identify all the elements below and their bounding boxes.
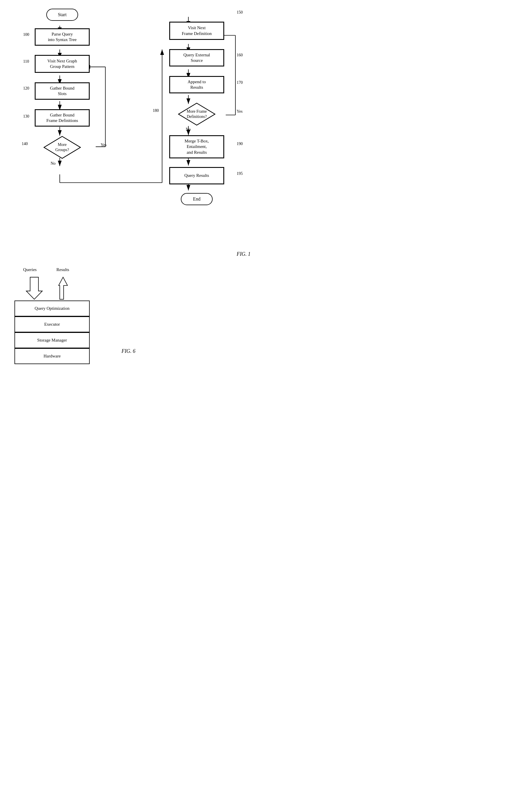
fig6-label: FIG. 6 <box>122 348 135 354</box>
label-195: 195 <box>237 171 243 176</box>
node-130: Gather Bound Frame Definitions <box>35 109 90 127</box>
flowchart-top: Start 100 Parse Query into Syntax Tree 1… <box>6 6 259 260</box>
layer-storage: Storage Manager <box>14 332 90 348</box>
layer-query-opt: Query Optimization <box>14 301 90 316</box>
results-label: Results <box>56 267 69 272</box>
end-node: End <box>181 193 213 205</box>
layer-hardware: Hardware <box>14 348 90 364</box>
svg-marker-29 <box>59 277 68 299</box>
label-180-no: No <box>186 127 191 132</box>
fig6-diagram: Queries Results Query Optimization Execu… <box>6 266 259 405</box>
label-180: 180 <box>153 108 159 113</box>
label-160: 160 <box>237 53 243 58</box>
svg-marker-28 <box>26 277 42 299</box>
label-140: 140 <box>22 142 28 146</box>
label-130: 130 <box>23 114 29 119</box>
label-150: 150 <box>237 10 243 15</box>
node-180: More FrameDefinitions? <box>178 103 215 126</box>
label-190: 190 <box>237 142 243 146</box>
label-170: 170 <box>237 80 243 85</box>
start-node: Start <box>46 9 78 21</box>
page: Start 100 Parse Query into Syntax Tree 1… <box>0 0 265 410</box>
node-140: MoreGroups? <box>43 136 81 159</box>
label-100: 100 <box>23 32 29 37</box>
label-140-yes: Yes <box>101 143 107 147</box>
node-160: Query External Source <box>169 49 224 67</box>
node-120: Gather Bound Slots <box>35 82 90 100</box>
queries-label: Queries <box>23 267 37 272</box>
node-190: Merge T-Box, Entailment, and Results <box>169 135 224 158</box>
label-120: 120 <box>23 86 29 91</box>
fig1-label: FIG. 1 <box>237 251 251 257</box>
node-110: Visit Next Graph Group Pattern <box>35 55 90 73</box>
node-100: Parse Query into Syntax Tree <box>35 28 90 46</box>
label-140-no: No <box>51 161 56 166</box>
label-180-yes: Yes <box>237 109 242 114</box>
layer-executor: Executor <box>14 316 90 332</box>
node-150: Visit Next Frame Definition <box>169 22 224 40</box>
node-195: Query Results <box>169 167 224 184</box>
label-110: 110 <box>23 59 29 64</box>
node-170: Append to Results <box>169 76 224 93</box>
